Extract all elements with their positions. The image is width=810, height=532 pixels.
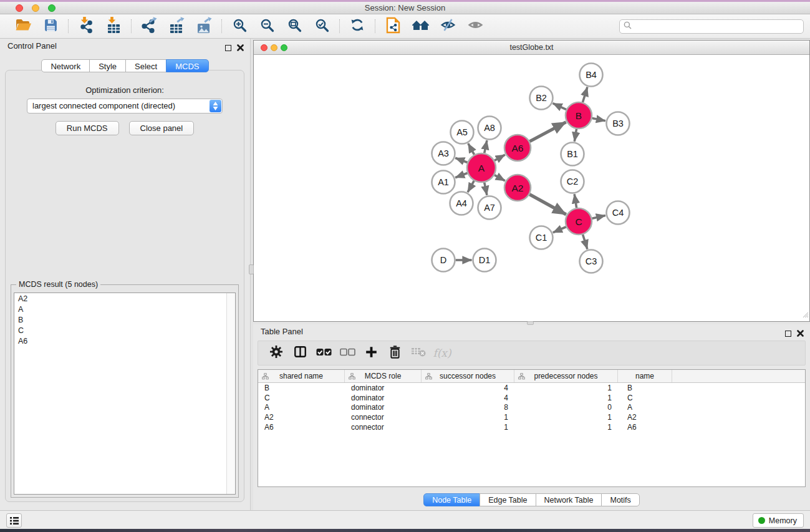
table-settings-button[interactable] [264, 343, 288, 363]
column-header-successor-nodes[interactable]: successor nodes [422, 370, 514, 382]
table-cell[interactable]: B [258, 384, 345, 392]
export-image-button[interactable] [194, 16, 214, 36]
run-mcds-button[interactable]: Run MCDS [55, 121, 119, 135]
table-row[interactable]: Bdominator41B [258, 383, 805, 393]
zoom-fit-button[interactable] [284, 16, 304, 36]
vertical-splitter-grip[interactable] [249, 264, 254, 274]
graph-edge-A-A6[interactable] [494, 155, 505, 160]
create-column-button[interactable] [359, 343, 383, 363]
tab-edge-table[interactable]: Edge Table [480, 493, 536, 506]
table-cell[interactable]: A [258, 403, 345, 412]
select-all-button[interactable] [312, 343, 335, 363]
node-table[interactable]: shared nameMCDS rolesuccessor nodesprede… [258, 369, 806, 487]
import-network-button[interactable] [76, 16, 96, 36]
tab-select[interactable]: Select [125, 59, 166, 72]
table-row[interactable]: A6connector11A6 [258, 422, 805, 432]
table-cell[interactable]: 1 [422, 413, 514, 422]
float-panel-icon[interactable] [225, 45, 231, 51]
table-cell[interactable]: 1 [514, 423, 618, 432]
close-panel-button[interactable]: Close panel [129, 121, 195, 135]
table-cell[interactable]: C [258, 394, 345, 402]
mcds-result-list[interactable]: A2ABCA6 [14, 293, 236, 495]
zoom-out-button[interactable] [257, 16, 277, 36]
fit-content-button[interactable] [410, 16, 430, 36]
graph-edge-C-C2[interactable] [574, 194, 576, 208]
network-from-file-button[interactable] [383, 16, 403, 36]
memory-button[interactable]: Memory [753, 513, 804, 528]
table-cell[interactable]: dominator [345, 403, 422, 412]
show-hidden-button[interactable] [465, 16, 485, 36]
graph-edge-C-C3[interactable] [583, 235, 587, 249]
column-header-MCDS-role[interactable]: MCDS role [345, 370, 422, 382]
deselect-all-button[interactable] [335, 343, 359, 363]
task-history-button[interactable] [6, 513, 22, 528]
search-box[interactable] [619, 19, 804, 34]
column-header-shared-name[interactable]: shared name [258, 370, 345, 382]
graph-edge-A-A7[interactable] [485, 183, 487, 195]
network-graph[interactable]: B4B2BB3A8A5A6A3B1AC2A1A2A4A7C4CC1C3DD1 [254, 55, 809, 321]
table-cell[interactable]: 0 [514, 403, 618, 412]
graph-edge-B-B2[interactable] [553, 104, 566, 110]
show-columns-button[interactable] [288, 343, 312, 363]
table-cell[interactable]: A [618, 403, 672, 412]
graph-edge-A-A2[interactable] [494, 175, 505, 181]
tab-network[interactable]: Network [41, 59, 90, 72]
close-table-panel-icon[interactable] [797, 328, 804, 339]
column-header-name[interactable]: name [618, 370, 672, 382]
result-list-item[interactable]: B [14, 314, 235, 325]
export-network-button[interactable] [139, 16, 159, 36]
resize-grip-icon[interactable] [801, 309, 809, 321]
criterion-dropdown[interactable]: largest connected component (directed) [27, 99, 223, 114]
search-input[interactable] [634, 22, 799, 31]
graph-edge-C-C1[interactable] [553, 227, 566, 233]
delete-columns-button[interactable] [383, 343, 407, 363]
table-row[interactable]: A2connector11A2 [258, 412, 805, 422]
close-panel-icon[interactable] [237, 42, 244, 54]
table-cell[interactable]: A6 [618, 423, 672, 432]
graph-edge-B-B3[interactable] [592, 118, 605, 120]
open-file-button[interactable] [13, 16, 33, 36]
zoom-in-button[interactable] [229, 16, 249, 36]
graph-edge-A-A4[interactable] [468, 181, 474, 192]
table-cell[interactable]: 4 [422, 384, 514, 392]
table-cell[interactable]: 4 [422, 394, 514, 402]
graph-edge-A6-B[interactable] [529, 122, 566, 142]
tab-mcds[interactable]: MCDS [166, 59, 208, 72]
zoom-selected-button[interactable] [312, 16, 332, 36]
tab-motifs[interactable]: Motifs [601, 493, 639, 506]
table-cell[interactable]: 1 [514, 384, 618, 392]
table-cell[interactable]: A2 [258, 413, 345, 422]
export-table-button[interactable] [166, 16, 186, 36]
tab-network-table[interactable]: Network Table [536, 493, 602, 506]
hide-selected-button[interactable] [438, 16, 458, 36]
result-list-item[interactable]: A [14, 304, 235, 314]
horizontal-splitter-grip[interactable] [527, 321, 534, 325]
table-cell[interactable]: connector [345, 423, 422, 432]
import-table-button[interactable] [104, 16, 123, 36]
table-cell[interactable]: 8 [422, 403, 514, 412]
table-cell[interactable]: 1 [422, 423, 514, 432]
graph-edge-B-B1[interactable] [574, 129, 576, 142]
apply-layout-button[interactable] [347, 16, 367, 36]
table-cell[interactable]: 1 [514, 394, 618, 402]
table-cell[interactable]: C [618, 394, 672, 402]
graph-edge-B-B4[interactable] [582, 87, 587, 102]
table-cell[interactable]: 1 [514, 413, 618, 422]
graph-edge-A2-C[interactable] [529, 195, 566, 215]
save-session-button[interactable] [41, 16, 60, 36]
table-cell[interactable]: dominator [345, 394, 422, 402]
graph-edge-A-A1[interactable] [455, 173, 467, 177]
graph-edge-A-A8[interactable] [485, 140, 487, 153]
table-cell[interactable]: B [618, 384, 672, 392]
result-scrollbar[interactable] [226, 293, 235, 494]
result-list-item[interactable]: C [14, 325, 235, 336]
table-cell[interactable]: dominator [345, 384, 422, 392]
result-list-item[interactable]: A6 [14, 336, 235, 346]
tab-style[interactable]: Style [89, 59, 126, 72]
float-table-panel-icon[interactable] [785, 331, 791, 337]
tab-node-table[interactable]: Node Table [423, 493, 480, 506]
graph-edge-C-C4[interactable] [592, 215, 605, 218]
table-row[interactable]: Cdominator41C [258, 393, 805, 403]
column-header-predecessor-nodes[interactable]: predecessor nodes [514, 370, 618, 382]
network-canvas[interactable]: B4B2BB3A8A5A6A3B1AC2A1A2A4A7C4CC1C3DD1 [254, 55, 809, 321]
